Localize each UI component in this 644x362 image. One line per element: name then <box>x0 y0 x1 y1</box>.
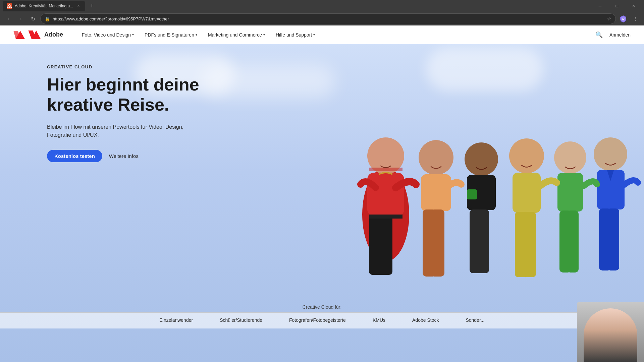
nav-item-hilfe[interactable]: Hilfe und Support ▾ <box>270 25 320 44</box>
security-icon: 🔒 <box>45 16 50 21</box>
creative-cloud-label: Creative Cloud für: <box>0 304 644 310</box>
svg-rect-12 <box>376 215 392 275</box>
adobe-logo-icon <box>13 31 25 39</box>
svg-point-23 <box>509 138 544 173</box>
signin-button[interactable]: Anmelden <box>609 32 631 38</box>
svg-rect-15 <box>421 174 451 211</box>
close-button[interactable]: ✕ <box>626 0 641 12</box>
adobe-wordmark-icon <box>28 31 41 39</box>
svg-rect-24 <box>513 173 541 213</box>
search-button[interactable]: 🔍 <box>595 31 603 39</box>
tab-close-button[interactable]: × <box>76 3 81 9</box>
category-tabs: Einzelanwender Schüler/Studierende Fotog… <box>0 312 644 328</box>
bottom-bar: Creative Cloud für: Einzelanwender Schül… <box>0 304 644 328</box>
hero-subtitle: Bleibe im Flow mit unseren Powertools fü… <box>47 123 208 139</box>
webcam-person-figure <box>584 308 637 362</box>
svg-rect-10 <box>367 173 404 216</box>
category-einzelanwender[interactable]: Einzelanwender <box>146 313 207 328</box>
back-button[interactable]: ‹ <box>4 14 13 23</box>
svg-rect-21 <box>476 209 489 273</box>
people-illustration <box>342 101 644 328</box>
chevron-down-icon: ▾ <box>132 33 134 37</box>
tab-title: Adobe: Kreativität, Marketing u... <box>15 4 73 8</box>
adobe-website: Adobe Foto, Video und Design ▾ PDFs und … <box>0 25 644 362</box>
bookmark-icon[interactable]: ☆ <box>607 16 611 21</box>
url-text: https://www.adobe.com/de/?promoid=695P7P… <box>53 16 604 21</box>
hero-title: Hier beginnt deine kreative Reise. <box>47 75 231 115</box>
nav-items: Foto, Video und Design ▾ PDFs und E-Sign… <box>76 25 595 44</box>
category-kmus[interactable]: KMUs <box>359 313 399 328</box>
svg-rect-9 <box>369 168 402 171</box>
reload-button[interactable]: ↻ <box>28 14 38 23</box>
minimize-button[interactable]: ─ <box>592 0 608 12</box>
svg-rect-22 <box>467 189 477 199</box>
svg-point-14 <box>419 140 453 175</box>
browser-toolbar: ‹ › ↻ 🔒 https://www.adobe.com/de/?promoi… <box>0 12 644 25</box>
svg-rect-17 <box>431 209 444 277</box>
extensions-button[interactable]: ⋮ <box>631 14 640 23</box>
nav-right: 🔍 Anmelden <box>595 31 631 39</box>
category-schueler[interactable]: Schüler/Studierende <box>206 313 276 328</box>
svg-marker-1 <box>8 6 10 8</box>
adobe-logo-label: Adobe <box>44 31 63 38</box>
address-bar[interactable]: 🔒 https://www.adobe.com/de/?promoid=695P… <box>40 13 616 24</box>
hero-content: CREATIVE CLOUD Hier beginnt deine kreati… <box>47 64 231 162</box>
brave-icon <box>619 14 628 23</box>
category-fotografen[interactable]: Fotografen/Fotobegeisterte <box>276 313 359 328</box>
browser-chrome: Adobe: Kreativität, Marketing u... × + ─… <box>0 0 644 25</box>
cta-primary-button[interactable]: Kostenlos testen <box>47 150 102 162</box>
hero-section: CREATIVE CLOUD Hier beginnt deine kreati… <box>0 44 644 362</box>
chevron-down-icon: ▾ <box>263 33 265 37</box>
hero-buttons: Kostenlos testen Weitere Infos <box>47 150 231 162</box>
browser-titlebar: Adobe: Kreativität, Marketing u... × + ─… <box>0 0 644 12</box>
adobe-logo[interactable]: Adobe <box>13 31 63 39</box>
category-sonder[interactable]: Sonder... <box>452 313 498 328</box>
nav-item-foto[interactable]: Foto, Video und Design ▾ <box>76 25 139 44</box>
window-controls: ─ □ ✕ <box>592 0 641 12</box>
svg-rect-13 <box>369 215 402 219</box>
cta-secondary-link[interactable]: Weitere Infos <box>109 153 139 159</box>
svg-point-31 <box>594 137 627 171</box>
hero-eyebrow: CREATIVE CLOUD <box>47 64 231 69</box>
svg-rect-28 <box>557 173 583 212</box>
category-adobe-stock[interactable]: Adobe Stock <box>399 313 452 328</box>
nav-item-pdfs[interactable]: PDFs und E-Signaturen ▾ <box>139 25 203 44</box>
svg-rect-30 <box>567 210 579 273</box>
svg-rect-34 <box>607 208 619 270</box>
maximize-button[interactable]: □ <box>609 0 625 12</box>
chevron-down-icon: ▾ <box>313 33 315 37</box>
chevron-down-icon: ▾ <box>196 33 197 37</box>
svg-rect-26 <box>523 212 536 277</box>
nav-item-marketing[interactable]: Marketing und Commerce ▾ <box>203 25 270 44</box>
forward-button[interactable]: › <box>16 14 25 23</box>
svg-point-18 <box>465 142 498 176</box>
new-tab-button[interactable]: + <box>87 1 97 11</box>
browser-actions: ⋮ <box>619 14 640 23</box>
adobe-nav: Adobe Foto, Video und Design ▾ PDFs und … <box>0 25 644 44</box>
tab-favicon <box>7 3 12 9</box>
webcam-overlay <box>577 302 644 362</box>
browser-tab[interactable]: Adobe: Kreativität, Marketing u... × <box>3 1 85 11</box>
